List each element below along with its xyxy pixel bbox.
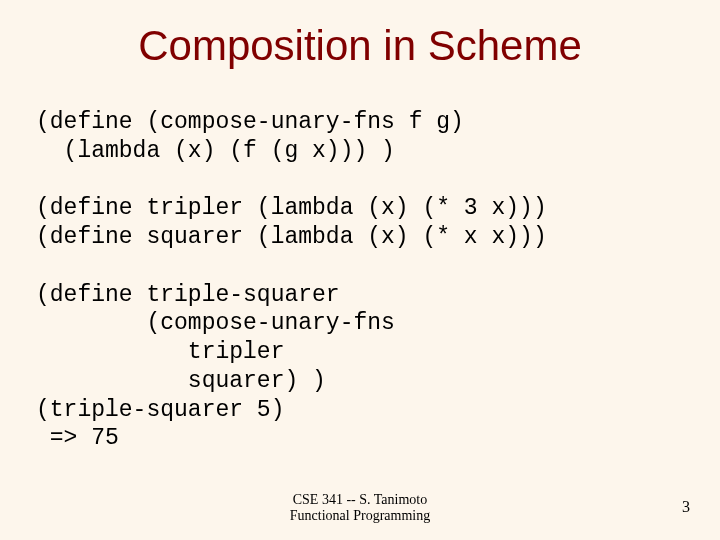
footer-line1: CSE 341 -- S. Tanimoto xyxy=(293,492,428,507)
code-line: tripler xyxy=(36,339,284,365)
slide-title: Composition in Scheme xyxy=(0,22,720,70)
code-line: (define (compose-unary-fns f g) xyxy=(36,109,464,135)
code-line: (compose-unary-fns xyxy=(36,310,395,336)
footer-line2: Functional Programming xyxy=(290,508,430,523)
page-number: 3 xyxy=(682,498,690,516)
code-line: (define tripler (lambda (x) (* 3 x))) xyxy=(36,195,547,221)
code-line: => 75 xyxy=(36,425,119,451)
code-line: (define triple-squarer xyxy=(36,282,340,308)
footer: CSE 341 -- S. Tanimoto Functional Progra… xyxy=(0,492,720,524)
code-line: squarer) ) xyxy=(36,368,326,394)
code-line: (lambda (x) (f (g x))) ) xyxy=(36,138,395,164)
code-line: (triple-squarer 5) xyxy=(36,397,284,423)
code-line: (define squarer (lambda (x) (* x x))) xyxy=(36,224,547,250)
slide: Composition in Scheme (define (compose-u… xyxy=(0,0,720,540)
code-block: (define (compose-unary-fns f g) (lambda … xyxy=(36,108,547,453)
